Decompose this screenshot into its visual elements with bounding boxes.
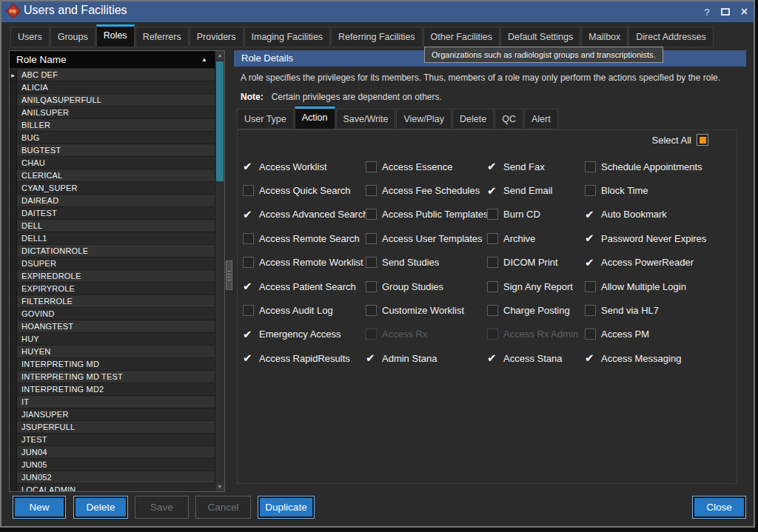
role-list-header[interactable]: Role Name ▲ bbox=[10, 51, 215, 68]
role-row-alicia[interactable]: ALICIA bbox=[10, 81, 215, 94]
privilege-access-worklist[interactable]: ✔Access Worklist bbox=[243, 155, 368, 178]
tab-roles[interactable]: Roles bbox=[96, 24, 135, 47]
privilege-charge-posting[interactable]: Charge Posting bbox=[487, 298, 578, 322]
privilege-customize-worklist[interactable]: Customize Worklist bbox=[366, 298, 489, 322]
titlebar[interactable]: PR Users and Facilities ? × bbox=[1, 1, 754, 22]
scroll-down-icon[interactable]: ▼ bbox=[215, 482, 224, 491]
privilege-access-audit-log[interactable]: Access Audit Log bbox=[243, 298, 368, 322]
privilege-access-powerreader[interactable]: ✔Access PowerReader bbox=[585, 251, 706, 275]
privilege-access-remote-worklist[interactable]: Access Remote Worklist bbox=[243, 251, 368, 275]
privilege-access-messaging[interactable]: ✔Access Messaging bbox=[585, 346, 706, 370]
privilege-access-fee-schedules[interactable]: Access Fee Schedules bbox=[366, 178, 489, 202]
privilege-burn-cd[interactable]: Burn CD bbox=[487, 203, 578, 226]
role-row-anilqasuperfull[interactable]: ANILQASUPERFULL bbox=[10, 94, 215, 107]
role-row-govind[interactable]: GOVIND bbox=[10, 308, 215, 320]
privilege-access-rapidresults[interactable]: ✔Access RapidResults bbox=[243, 346, 368, 370]
privilege-dicom-print[interactable]: DICOM Print bbox=[487, 251, 578, 275]
privilege-access-public-templates[interactable]: Access Public Templates bbox=[366, 203, 489, 226]
role-row-interpreting-md[interactable]: INTERPRETING MD bbox=[10, 358, 215, 371]
role-row-interpreting-md2[interactable]: INTERPRETING MD2 bbox=[10, 383, 215, 396]
scroll-up-icon[interactable]: ▲ bbox=[215, 51, 224, 60]
role-row-jtest[interactable]: JTEST bbox=[10, 434, 215, 446]
close-icon[interactable]: × bbox=[741, 6, 748, 18]
tab-default-settings[interactable]: Default Settings bbox=[500, 27, 580, 47]
help-icon[interactable]: ? bbox=[704, 7, 709, 17]
role-row-daitest[interactable]: DAITEST bbox=[10, 207, 215, 220]
privilege-send-email[interactable]: ✔Send Email bbox=[487, 178, 578, 202]
privilege-password-never-expires[interactable]: ✔Password Never Expires bbox=[585, 226, 706, 250]
role-row-biller[interactable]: BILLER bbox=[10, 119, 215, 132]
role-row-jsuperfull[interactable]: JSUPERFULL bbox=[10, 421, 215, 434]
select-all[interactable]: Select All bbox=[652, 134, 708, 146]
delete-button[interactable]: Delete bbox=[73, 496, 128, 519]
tab-providers[interactable]: Providers bbox=[190, 27, 244, 47]
new-button[interactable]: New bbox=[13, 496, 66, 519]
tab-view-play[interactable]: View/Play bbox=[396, 109, 452, 129]
privilege-send-via-hl7[interactable]: Send via HL7 bbox=[585, 298, 706, 322]
privilege-access-pm[interactable]: Access PM bbox=[585, 323, 706, 346]
tab-users[interactable]: Users bbox=[10, 27, 50, 47]
tab-action[interactable]: Action bbox=[295, 107, 335, 129]
privilege-send-fax[interactable]: ✔Send Fax bbox=[487, 155, 578, 178]
role-row-huyen[interactable]: HUYEN bbox=[10, 346, 215, 358]
duplicate-button[interactable]: Duplicate bbox=[258, 496, 315, 519]
tab-user-type[interactable]: User Type bbox=[237, 109, 294, 129]
tab-referrers[interactable]: Referrers bbox=[135, 27, 189, 47]
role-row-chau[interactable]: CHAU bbox=[10, 157, 215, 169]
role-row-localadmin[interactable]: LOCALADMIN bbox=[10, 484, 215, 491]
role-row-jun05[interactable]: JUN05 bbox=[10, 459, 215, 471]
privilege-access-user-templates[interactable]: Access User Templates bbox=[366, 226, 489, 250]
privilege-schedule-appointments[interactable]: Schedule Appointments bbox=[585, 155, 706, 178]
role-row-abc-def[interactable]: ▶ABC DEF bbox=[10, 69, 215, 81]
privilege-access-remote-search[interactable]: Access Remote Search bbox=[243, 226, 368, 250]
role-row-filterrole[interactable]: FILTERROLE bbox=[10, 295, 215, 308]
privilege-emergency-access[interactable]: ✔Emergency Access bbox=[243, 323, 368, 346]
role-row-expiryrole[interactable]: EXPIRYROLE bbox=[10, 283, 215, 295]
tab-alert[interactable]: Alert bbox=[524, 109, 558, 129]
role-row-clerical[interactable]: CLERICAL bbox=[10, 169, 215, 182]
tab-imaging-facilities[interactable]: Imaging Facilities bbox=[244, 27, 331, 47]
role-row-dictationrole[interactable]: DICTATIONROLE bbox=[10, 245, 215, 257]
role-row-expiredrole[interactable]: EXPIREDROLE bbox=[10, 270, 215, 283]
privilege-send-studies[interactable]: Send Studies bbox=[366, 251, 489, 275]
tab-save-write[interactable]: Save/Write bbox=[336, 109, 396, 129]
privilege-group-studies[interactable]: Group Studies bbox=[366, 275, 489, 298]
role-row-huy[interactable]: HUY bbox=[10, 333, 215, 346]
scrollbar-thumb[interactable] bbox=[216, 61, 224, 181]
privilege-access-patient-search[interactable]: ✔Access Patient Search bbox=[243, 275, 368, 298]
privilege-access-essence[interactable]: Access Essence bbox=[366, 155, 489, 178]
privilege-allow-multiple-login[interactable]: Allow Multiple Login bbox=[585, 275, 706, 298]
role-row-dsuper[interactable]: DSUPER bbox=[10, 257, 215, 270]
privilege-access-advanced-search[interactable]: ✔Access Advanced Search bbox=[243, 203, 368, 226]
role-list-scrollbar[interactable]: ▲ ▼ bbox=[215, 51, 224, 491]
role-row-jun04[interactable]: JUN04 bbox=[10, 446, 215, 459]
tab-mailbox[interactable]: Mailbox bbox=[581, 27, 628, 47]
privilege-access-quick-search[interactable]: Access Quick Search bbox=[243, 178, 368, 202]
tab-other-facilities[interactable]: Other Facilities bbox=[423, 27, 500, 47]
tab-referring-facilities[interactable]: Referring Facilities bbox=[331, 27, 423, 47]
tab-delete[interactable]: Delete bbox=[452, 109, 494, 129]
role-row-jiansuper[interactable]: JIANSUPER bbox=[10, 408, 215, 421]
privilege-archive[interactable]: Archive bbox=[487, 226, 578, 250]
role-row-it[interactable]: IT bbox=[10, 396, 215, 408]
select-all-checkbox-indeterminate-icon[interactable] bbox=[697, 134, 708, 146]
role-row-hoangtest[interactable]: HOANGTEST bbox=[10, 320, 215, 333]
privilege-auto-bookmark[interactable]: ✔Auto Bookmark bbox=[585, 203, 706, 226]
role-row-dell1[interactable]: DELL1 bbox=[10, 232, 215, 245]
role-row-cyan-super[interactable]: CYAN_SUPER bbox=[10, 182, 215, 195]
role-row-dairead[interactable]: DAIREAD bbox=[10, 195, 215, 207]
maximize-icon[interactable] bbox=[721, 8, 730, 16]
tab-qc[interactable]: QC bbox=[494, 109, 523, 129]
role-row-bugtest[interactable]: BUGTEST bbox=[10, 144, 215, 157]
privilege-access-stana[interactable]: ✔Access Stana bbox=[487, 346, 578, 370]
privilege-block-time[interactable]: Block Time bbox=[585, 178, 706, 202]
tab-direct-addresses[interactable]: Direct Addresses bbox=[628, 27, 713, 47]
privilege-admin-stana[interactable]: ✔Admin Stana bbox=[366, 346, 489, 370]
role-row-interpreting-md-test[interactable]: INTERPRETING MD TEST bbox=[10, 371, 215, 383]
role-row-anilsuper[interactable]: ANILSUPER bbox=[10, 107, 215, 119]
close-button[interactable]: Close bbox=[692, 496, 746, 519]
privilege-sign-any-report[interactable]: Sign Any Report bbox=[487, 275, 578, 298]
role-row-jun052[interactable]: JUN052 bbox=[10, 471, 215, 484]
role-row-dell[interactable]: DELL bbox=[10, 220, 215, 232]
panel-splitter-handle[interactable] bbox=[226, 260, 232, 290]
